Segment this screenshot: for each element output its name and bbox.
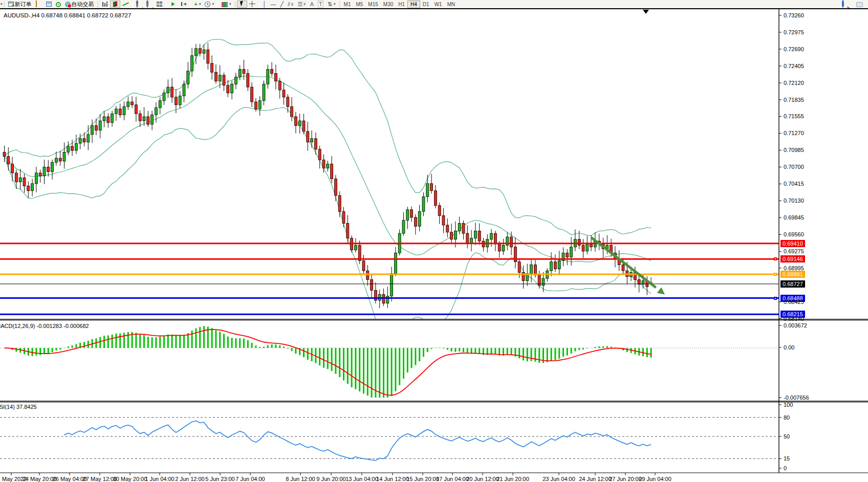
macd-histogram-bar <box>427 348 428 352</box>
bar-chart-icon <box>102 1 108 7</box>
macd-histogram-bar <box>467 348 468 354</box>
macd-histogram-bar <box>447 348 448 350</box>
new-order-button[interactable]: 新订单 <box>6 1 34 8</box>
zoom-out-button[interactable]: − <box>144 1 155 8</box>
candle-body <box>51 162 54 172</box>
bar-chart-button[interactable] <box>100 1 110 8</box>
text-tool[interactable]: A <box>308 1 316 8</box>
fibonacci-tool[interactable]: ☰F <box>296 1 308 8</box>
timeframe-h4[interactable]: H4 <box>407 1 420 8</box>
toolbar-overflow-icon[interactable]: ▾ <box>1 2 3 6</box>
level-handle[interactable] <box>774 297 777 300</box>
candle-body <box>458 223 461 231</box>
auto-trading-label: 自动交易 <box>72 1 94 8</box>
candlestick-chart-button[interactable] <box>110 1 120 8</box>
candle-body <box>179 96 181 105</box>
candle-body <box>331 164 333 179</box>
arrows-icon: ⇅ <box>328 1 332 8</box>
chart-shift-button[interactable] <box>179 1 189 8</box>
timeframe-m30[interactable]: M30 <box>381 1 396 8</box>
clock-icon <box>205 2 210 7</box>
trendline-tool[interactable]: ╱ <box>278 1 286 8</box>
time-axis-label: 15 Jun 20:00 <box>406 476 439 482</box>
search-button[interactable] <box>840 1 850 8</box>
candle-body <box>267 69 269 84</box>
macd-histogram-bar <box>494 348 496 355</box>
candle-body <box>211 63 213 72</box>
macd-histogram-bar <box>211 328 213 348</box>
notifications-button[interactable]: 1 <box>854 1 865 8</box>
chart-canvas[interactable] <box>0 9 868 482</box>
line-chart-button[interactable] <box>120 1 131 8</box>
macd-histogram-bar <box>291 348 293 351</box>
macd-histogram-bar <box>139 334 141 348</box>
channel-tool[interactable]: ⫽E <box>286 1 296 8</box>
macd-histogram-bar <box>423 348 424 357</box>
level-handle[interactable] <box>774 273 777 276</box>
timeframe-w1[interactable]: W1 <box>432 1 445 8</box>
chart-window[interactable]: AUDUSD-,H4 0.68748 0.68841 0.68722 0.687… <box>0 8 868 482</box>
macd-histogram-bar <box>474 348 476 354</box>
candle-body <box>283 90 285 97</box>
time-axis-label: 2 Jun 12:00 <box>175 476 205 482</box>
market-watch-button[interactable] <box>44 1 54 8</box>
auto-scroll-button[interactable] <box>168 1 179 8</box>
timeframe-m5[interactable]: M5 <box>353 1 365 8</box>
candle-body <box>243 69 245 73</box>
candle-body <box>502 245 505 251</box>
trend-arrow-line[interactable] <box>591 237 656 288</box>
candle-body <box>15 173 17 182</box>
timeframe-d1[interactable]: D1 <box>420 1 432 8</box>
timeframe-m15[interactable]: M15 <box>365 1 380 8</box>
candle-body <box>83 139 85 142</box>
candle-body <box>494 233 496 244</box>
auto-trading-button[interactable]: 自动交易 <box>63 1 96 8</box>
macd-histogram-bar <box>103 336 105 348</box>
fibo-letter: F <box>303 3 306 6</box>
candle-body <box>582 245 584 251</box>
price-axis-label: 0.70130 <box>784 198 804 204</box>
horizontal-line-tool[interactable]: ― <box>268 1 278 8</box>
candle-body <box>175 97 177 105</box>
crosshair-tool-button[interactable] <box>247 1 257 8</box>
macd-histogram-bar <box>55 348 57 350</box>
candle-body <box>327 164 329 168</box>
time-axis-label: 26 May 04:00 <box>53 476 87 482</box>
macd-histogram-bar <box>167 335 169 348</box>
macd-histogram-bar <box>88 341 89 348</box>
macd-histogram-bar <box>339 348 340 377</box>
zoom-in-button[interactable]: + <box>134 1 144 8</box>
macd-histogram-bar <box>171 335 173 348</box>
macd-histogram-bar <box>415 348 416 365</box>
timeframe-m1[interactable]: M1 <box>341 1 354 8</box>
time-axis-label: 14 Jun 12:00 <box>376 476 409 482</box>
time-axis-label: 9 Jun 20:00 <box>316 476 346 482</box>
candle-body <box>386 296 389 303</box>
macd-histogram-bar <box>371 348 373 398</box>
level-handle[interactable] <box>774 257 777 260</box>
candle-body <box>11 164 14 173</box>
macd-histogram-bar <box>219 332 221 348</box>
candle-body <box>223 75 225 85</box>
arrows-tool[interactable]: ⇅▾ <box>326 1 338 8</box>
templates-button[interactable]: ▾ <box>220 1 233 8</box>
trend-arrow-head[interactable] <box>657 287 667 297</box>
period-button[interactable]: ▾ <box>203 1 216 8</box>
candle-body <box>143 117 145 121</box>
price-axis-label: 0.72120 <box>784 80 804 86</box>
add-indicator-button[interactable]: +▾ <box>192 1 203 8</box>
text-label-tool[interactable]: T <box>316 1 326 8</box>
data-window-button[interactable] <box>54 1 63 8</box>
candle-body <box>47 167 50 171</box>
candle-body <box>570 247 573 257</box>
profile-button[interactable] <box>34 1 44 8</box>
text-tool-icon: A <box>310 1 314 7</box>
tile-windows-button[interactable] <box>155 1 165 8</box>
candle-body <box>99 121 101 130</box>
timeframe-h1[interactable]: H1 <box>396 1 407 8</box>
timeframe-mn[interactable]: MN <box>445 1 458 8</box>
vertical-line-tool[interactable]: │ <box>261 1 269 8</box>
macd-histogram-bar <box>454 348 456 352</box>
cursor-tool-button[interactable] <box>237 1 247 8</box>
macd-axis-label: -0.007656 <box>784 395 809 401</box>
